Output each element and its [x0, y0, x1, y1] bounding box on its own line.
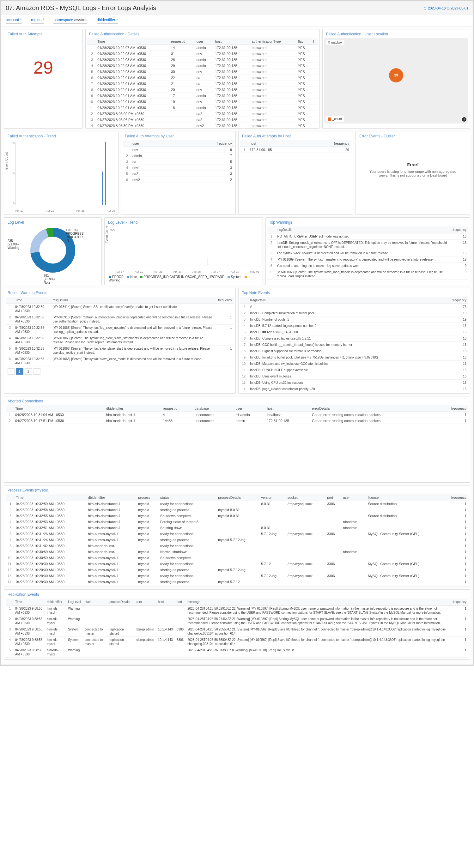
table-row[interactable]: 8InnoDB: Highest supported file format i… [240, 348, 468, 354]
table-row[interactable]: 2admin7 [123, 153, 234, 159]
panel-top-warnings: Top Warnings msgDetailsfrequency1'NO_AUT… [265, 217, 470, 285]
table-row[interactable]: 7InnoDB: GCC builtin __atomic_thread_fen… [240, 342, 468, 348]
table-row[interactable]: 1404/27/2023 8:05:30 PM +0530dev2172.31.… [87, 123, 318, 127]
table-row[interactable]: 204/27/2023 10:17:51 PM +0530him-mariadb… [6, 418, 468, 424]
table-row[interactable]: 504/28/2023 9:58:36 AM +0530him-rds-mysq… [6, 647, 468, 658]
table-row[interactable]: 704/28/2023 10:22:01 AM +053021qa172.31.… [87, 81, 318, 87]
table-row[interactable]: 104/28/2023 10:32:59 AM +0530[MY-013414]… [6, 304, 234, 314]
table-row[interactable]: 104/28/2023 10:32:59 AM +0530him-rds-dbi… [6, 501, 468, 507]
table-row[interactable]: 1304/28/2023 10:29:30 AM +0530him-aurora… [6, 573, 468, 579]
table-row[interactable]: 2InnoDB: Completed initialization of buf… [240, 310, 468, 316]
table-row[interactable]: 9InnoDB: Initializing buffer pool, total… [240, 354, 468, 361]
filter-account[interactable]: account * [6, 18, 22, 24]
table-process[interactable]: TimedbidentifierprocessstatusprocessDeta… [6, 494, 468, 585]
table-row[interactable]: 6[MY-011068] [Server] The syntax 'slave_… [267, 269, 468, 280]
table-row[interactable]: 504/28/2023 10:32:51 AM +0530him-rds-dbi… [6, 525, 468, 531]
table-row[interactable]: 204/28/2023 10:32:58 AM +0530[MY-010918]… [6, 314, 234, 325]
table-row[interactable]: 4InnoDB: 5.7.12 started; log sequence nu… [240, 323, 468, 329]
table-by-user[interactable]: userfrequency1dev92admin73qa54dev135qa23… [123, 140, 234, 183]
table-row[interactable]: 1dev9 [123, 147, 234, 153]
table-row[interactable]: 104/28/2023 9:58:58 AM +0530him-rds-mysq… [6, 606, 468, 616]
map-cluster-bubble[interactable]: 29 [389, 68, 403, 83]
table-row[interactable]: 5You need to use --log-bin to make --log… [267, 263, 468, 269]
table-top-warnings[interactable]: msgDetailsfrequency1'NO_AUTO_CREATE_USER… [267, 226, 468, 280]
table-row[interactable]: 5InnoDB: == Add SYNC_FAST DDL...16 [240, 329, 468, 336]
table-row[interactable]: 6InnoDB: Compressed tables use zlib 1.2.… [240, 336, 468, 342]
table-row[interactable]: 304/28/2023 9:58:58 AM +0530him-rds-mysq… [6, 626, 468, 637]
panel-replication: Replication Events TimedbidentifierLogLe… [4, 589, 470, 659]
table-row[interactable]: 604/28/2023 10:31:26 AM +0530him-aurora-… [6, 531, 468, 537]
map-viewport[interactable]: © mapbox 29 _count i [324, 38, 468, 124]
table-recent-warning[interactable]: TimemsgDetailsfrequency104/28/2023 10:32… [6, 297, 234, 366]
info-icon[interactable]: i [462, 117, 467, 122]
table-row[interactable]: 12InnoDB: Uses event mutexes16 [240, 373, 468, 380]
table-row[interactable]: 1204/28/2023 10:29:30 AM +0530him-aurora… [6, 567, 468, 573]
table-replication[interactable]: TimedbidentifierLogLevelstateprocessDeta… [6, 598, 468, 658]
table-row[interactable]: 204/28/2023 10:32:58 AM +0530him-rds-dbi… [6, 507, 468, 513]
table-row[interactable]: 1404/28/2023 10:29:30 AM +0530him-aurora… [6, 579, 468, 585]
table-row[interactable]: 704/28/2023 10:31:24 AM +0530him-aurora-… [6, 537, 468, 543]
table-row[interactable]: 804/28/2023 10:31:02 AM +0530him-mariadb… [6, 543, 468, 549]
table-failed-details[interactable]: TimerequestiduserhostauthenticationTypef… [87, 38, 318, 127]
table-row[interactable]: 504/28/2023 10:32:58 AM +0530[MY-011068]… [6, 346, 234, 356]
table-row[interactable]: 1172.31.90.18529 [240, 147, 351, 153]
filter-region[interactable]: region * [31, 18, 44, 24]
table-row[interactable]: 3InnoDB: Number of pools: 119 [240, 316, 468, 323]
table-row[interactable]: 504/28/2023 10:22:03 AM +053030dev172.31… [87, 69, 318, 75]
table-row[interactable]: 3qa5 [123, 159, 234, 165]
table-row[interactable]: 1004/28/2023 10:22:01 AM +053019dev172.3… [87, 99, 318, 105]
page-next[interactable]: › [33, 368, 40, 375]
daterange-picker[interactable]: 2023-04-16 to 2023-05-01 [423, 6, 468, 10]
table-by-host[interactable]: hostfrequency1172.31.90.18529 [240, 140, 351, 153]
table-row[interactable]: 204/28/2023 10:22:03 AM +053031dev172.31… [87, 51, 318, 57]
chart-loglevel-trend[interactable]: Event Count600Apr 17Apr 19Apr 21Apr 23Ap… [106, 226, 261, 274]
table-row[interactable]: 13InnoDB: Using CPU crc32 instructions16 [240, 380, 468, 386]
table-row[interactable]: 3The syntax '--secure-auth' is deprecate… [267, 250, 468, 256]
table-row[interactable]: 1204/27/2023 8:06:09 PM +0530qa2172.31.9… [87, 111, 318, 117]
table-row[interactable]: 604/28/2023 10:22:01 AM +053022qa172.31.… [87, 75, 318, 81]
table-row[interactable]: 804/28/2023 10:22:01 AM +053020dev172.31… [87, 87, 318, 93]
panel-title: Failed Authentication - Trend [6, 133, 117, 140]
table-row[interactable]: 404/28/2023 10:22:03 AM +053029admin172.… [87, 63, 318, 69]
table-row[interactable]: 204/28/2023 9:58:58 AM +0530him-rds-mysq… [6, 616, 468, 626]
page-title: 07. Amazon RDS - MySQL Logs - Error Logs… [6, 4, 156, 12]
table-row[interactable]: 304/28/2023 10:32:58 AM +0530[MY-011068]… [6, 325, 234, 335]
filter-dbidentifier[interactable]: dbidentifier * [97, 18, 118, 24]
table-row[interactable]: 1'NO_AUTO_CREATE_USER' sql mode was not … [267, 234, 468, 240]
table-row[interactable]: 904/28/2023 10:30:59 AM +0530him-mariadb… [6, 549, 468, 555]
table-row[interactable]: 1#176 [240, 304, 468, 310]
chart-loglevel-donut[interactable]: 235 (21.9%) Warning781 (72.9%) Note1 (0.… [6, 226, 100, 283]
filter-namespace[interactable]: namespace aws/rds [53, 18, 87, 24]
table-row[interactable]: 1304/27/2023 8:06:06 PM +0530qa2172.31.9… [87, 117, 318, 123]
page-header: 07. Amazon RDS - MySQL Logs - Error Logs… [1, 1, 473, 15]
table-row[interactable]: 11InnoDB: PUNCH HOLE support available16 [240, 367, 468, 373]
table-row[interactable]: 904/28/2023 10:22:01 AM +053017admin172.… [87, 93, 318, 99]
page-prev[interactable]: ‹ [7, 368, 14, 375]
table-row[interactable]: 14InnoDB: page_cleaner coordinator prior… [240, 386, 468, 392]
table-row[interactable]: 4dev13 [123, 165, 234, 171]
table-row[interactable]: 1104/28/2023 10:29:30 AM +0530him-aurora… [6, 561, 468, 567]
table-row[interactable]: 104/28/2023 10:22:07 AM +053014admin172.… [87, 45, 318, 51]
table-row[interactable]: 1004/28/2023 10:30:59 AM +0530him-aurora… [6, 555, 468, 561]
table-row[interactable]: 104/28/2023 10:31:04 AM +0530him-mariadb… [6, 412, 468, 418]
page-1[interactable]: 1 [16, 368, 23, 375]
table-row[interactable]: 404/28/2023 9:58:58 AM +0530him-rds-mysq… [6, 637, 468, 647]
table-row[interactable]: 404/28/2023 10:32:58 AM +0530[MY-011068]… [6, 335, 234, 346]
table-row[interactable]: 10InnoDB: Mutexes and rw_locks use GCC a… [240, 361, 468, 367]
table-row[interactable]: 304/28/2023 10:22:03 AM +053028admin172.… [87, 57, 318, 63]
page-2[interactable]: 2 [25, 368, 32, 375]
table-row[interactable]: 2InnoDB: Setting innodb_checksums to OFF… [267, 240, 468, 250]
panel-failed-trend: Failed Authentication - Trend Event Coun… [4, 131, 119, 215]
table-row[interactable]: 604/28/2023 10:32:58 AM +0530[MY-011068]… [6, 356, 234, 366]
table-row[interactable]: 4[MY-011069] [Server] The syntax '--mast… [267, 256, 468, 263]
error-message: Error! Your query is using long time ran… [357, 140, 468, 199]
panel-failed-map: Failed Authentication - User Location © … [322, 29, 470, 129]
table-row[interactable]: 404/28/2023 10:32:53 AM +0530him-rds-dbi… [6, 519, 468, 525]
table-row[interactable]: 304/28/2023 10:32:55 AM +0530him-rds-dbi… [6, 513, 468, 519]
table-row[interactable]: 1104/28/2023 10:22:01 AM +053018admin172… [87, 105, 318, 111]
chart-failed-trend[interactable]: Event Count15105Apr 17Apr 21Apr 25Apr 29 [6, 140, 117, 213]
table-row[interactable]: 5qa23 [123, 171, 234, 177]
table-top-note[interactable]: msgDetailsfrequency1#1762InnoDB: Complet… [240, 297, 468, 392]
table-aborted[interactable]: TimedbidentifierrequestIddatabaseuserhos… [6, 405, 468, 424]
table-row[interactable]: 6dev22 [123, 177, 234, 183]
